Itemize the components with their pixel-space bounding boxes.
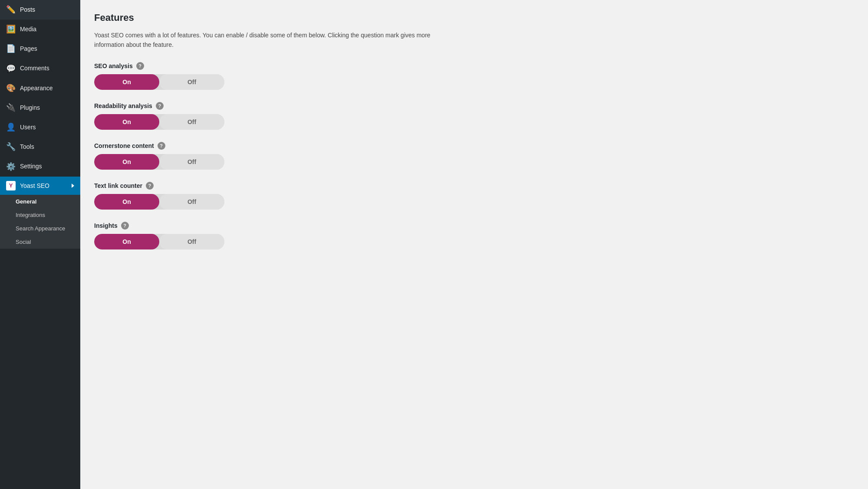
- sidebar-item-label-plugins: Plugins: [20, 104, 40, 112]
- yoast-icon: Y: [6, 181, 16, 190]
- yoast-seo-label: Yoast SEO: [20, 182, 49, 189]
- feature-section-insights: Insights ? On Off: [94, 222, 854, 249]
- feature-label-insights: Insights ?: [94, 222, 854, 230]
- feature-section-cornerstone-content: Cornerstone content ? On Off: [94, 142, 854, 170]
- page-description: Yoast SEO comes with a lot of features. …: [94, 30, 433, 50]
- toggle-off-readability-analysis[interactable]: Off: [159, 114, 224, 130]
- toggle-group-insights: On Off: [94, 234, 224, 249]
- sidebar-item-label-settings: Settings: [20, 162, 42, 171]
- toggle-on-cornerstone-content[interactable]: On: [94, 154, 159, 170]
- feature-section-seo-analysis: SEO analysis ? On Off: [94, 62, 854, 90]
- sidebar-item-comments[interactable]: 💬 Comments: [0, 59, 80, 79]
- toggle-group-text-link-counter: On Off: [94, 194, 224, 210]
- main-content: Features Yoast SEO comes with a lot of f…: [80, 0, 868, 489]
- yoast-seo-header[interactable]: Y Yoast SEO: [0, 177, 80, 195]
- plugins-icon: 🔌: [6, 102, 16, 113]
- posts-icon: ✏️: [6, 4, 16, 15]
- pages-icon: 📄: [6, 43, 16, 54]
- toggle-group-cornerstone-content: On Off: [94, 154, 224, 170]
- toggle-on-seo-analysis[interactable]: On: [94, 74, 159, 90]
- yoast-submenu-item-integrations[interactable]: Integrations: [0, 208, 80, 222]
- help-icon-insights[interactable]: ?: [121, 222, 129, 230]
- feature-label-readability-analysis: Readability analysis ?: [94, 102, 854, 110]
- yoast-submenu-item-social[interactable]: Social: [0, 235, 80, 249]
- sidebar-item-plugins[interactable]: 🔌 Plugins: [0, 98, 80, 118]
- sidebar-item-posts[interactable]: ✏️ Posts: [0, 0, 80, 20]
- feature-section-readability-analysis: Readability analysis ? On Off: [94, 102, 854, 130]
- toggle-group-readability-analysis: On Off: [94, 114, 224, 130]
- toggle-off-cornerstone-content[interactable]: Off: [159, 154, 224, 170]
- feature-label-cornerstone-content: Cornerstone content ?: [94, 142, 854, 150]
- sidebar: ✏️ Posts 🖼️ Media 📄 Pages 💬 Comments 🎨 A…: [0, 0, 80, 489]
- toggle-on-text-link-counter[interactable]: On: [94, 194, 159, 210]
- sidebar-item-appearance[interactable]: 🎨 Appearance: [0, 79, 80, 98]
- features-container: SEO analysis ? On Off Readability analys…: [94, 62, 854, 249]
- yoast-submenu-item-search-appearance[interactable]: Search Appearance: [0, 222, 80, 235]
- sidebar-item-media[interactable]: 🖼️ Media: [0, 20, 80, 39]
- sidebar-item-label-users: Users: [20, 123, 36, 132]
- feature-name-readability-analysis: Readability analysis: [94, 102, 152, 109]
- sidebar-item-label-posts: Posts: [20, 6, 35, 14]
- sidebar-item-settings[interactable]: ⚙️ Settings: [0, 157, 80, 177]
- tools-icon: 🔧: [6, 141, 16, 152]
- yoast-submenu-item-general[interactable]: General: [0, 195, 80, 208]
- feature-label-text-link-counter: Text link counter ?: [94, 182, 854, 190]
- sidebar-item-label-tools: Tools: [20, 143, 34, 151]
- toggle-on-readability-analysis[interactable]: On: [94, 114, 159, 130]
- feature-name-text-link-counter: Text link counter: [94, 182, 142, 189]
- sidebar-item-label-pages: Pages: [20, 45, 37, 53]
- yoast-arrow-icon: [72, 184, 74, 188]
- toggle-off-seo-analysis[interactable]: Off: [159, 74, 224, 90]
- toggle-group-seo-analysis: On Off: [94, 74, 224, 90]
- page-title: Features: [94, 12, 854, 23]
- sidebar-item-pages[interactable]: 📄 Pages: [0, 39, 80, 59]
- toggle-off-text-link-counter[interactable]: Off: [159, 194, 224, 210]
- toggle-off-insights[interactable]: Off: [159, 234, 224, 249]
- help-icon-cornerstone-content[interactable]: ?: [158, 142, 165, 150]
- feature-section-text-link-counter: Text link counter ? On Off: [94, 182, 854, 210]
- comments-icon: 💬: [6, 63, 16, 74]
- feature-label-seo-analysis: SEO analysis ?: [94, 62, 854, 70]
- help-icon-seo-analysis[interactable]: ?: [136, 62, 144, 70]
- help-icon-text-link-counter[interactable]: ?: [146, 182, 154, 190]
- appearance-icon: 🎨: [6, 83, 16, 94]
- sidebar-item-users[interactable]: 👤 Users: [0, 118, 80, 137]
- sidebar-item-label-media: Media: [20, 25, 36, 34]
- toggle-on-insights[interactable]: On: [94, 234, 159, 249]
- users-icon: 👤: [6, 122, 16, 133]
- sidebar-item-tools[interactable]: 🔧 Tools: [0, 137, 80, 157]
- help-icon-readability-analysis[interactable]: ?: [156, 102, 164, 110]
- feature-name-cornerstone-content: Cornerstone content: [94, 142, 154, 149]
- sidebar-item-label-comments: Comments: [20, 64, 49, 73]
- yoast-seo-menu: Y Yoast SEO GeneralIntegrationsSearch Ap…: [0, 177, 80, 249]
- feature-name-insights: Insights: [94, 222, 118, 229]
- media-icon: 🖼️: [6, 24, 16, 35]
- yoast-submenu: GeneralIntegrationsSearch AppearanceSoci…: [0, 195, 80, 249]
- feature-name-seo-analysis: SEO analysis: [94, 62, 133, 69]
- sidebar-item-label-appearance: Appearance: [20, 84, 53, 93]
- settings-icon: ⚙️: [6, 161, 16, 172]
